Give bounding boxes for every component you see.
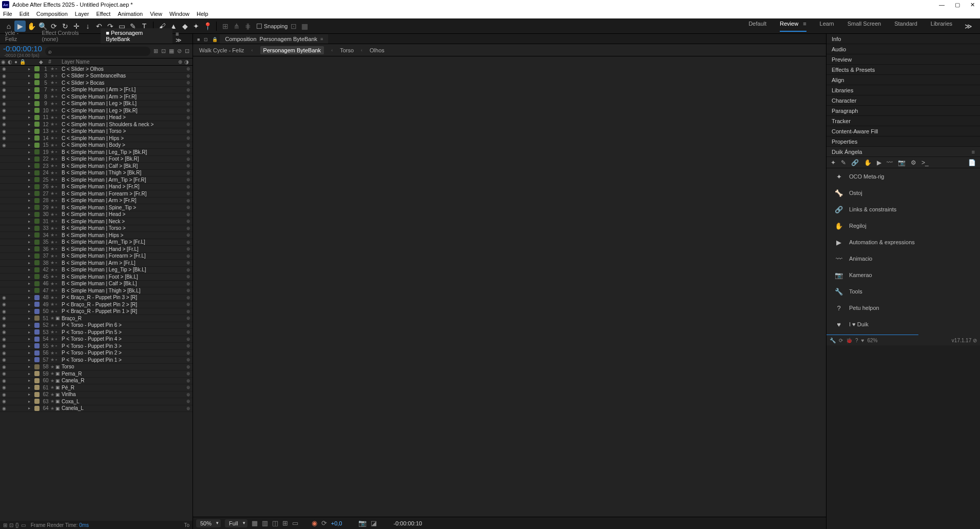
solo-col-icon[interactable]: ● [14,59,17,65]
region-icon[interactable]: ◫ [272,519,278,527]
toggle-in-out-icon[interactable]: {} [15,522,19,528]
color-label[interactable] [34,399,40,404]
expand-toggle[interactable]: ▸ [26,170,33,175]
layer-row[interactable]: ◉▸63★▣Coxa_L⊕ [0,398,193,405]
menu-composition[interactable]: Composition [36,11,68,17]
channel-icon[interactable]: ▭ [292,519,298,527]
parent-pickwhip-icon[interactable]: ⊕ [184,364,193,369]
audio-col-icon[interactable]: ◐ [8,59,12,65]
layer-name[interactable]: Coxa_L [62,399,184,404]
layer-name[interactable]: B < Simple Human | Calf > [Bk.R] [62,163,184,169]
layer-name[interactable]: P < Torso - Puppet Pin 3 > [62,343,184,349]
snapping-toggle[interactable]: Snapping [257,23,288,29]
visibility-toggle[interactable]: ◉ [2,371,7,376]
layer-row[interactable]: ▸30★▫B < Simple Human | Head >⊕ [0,211,193,219]
panel-menu-icon[interactable]: ≡ [972,149,975,155]
layer-name[interactable]: B < Simple Human | Arm_Tip > [Fr.R] [62,177,184,183]
color-label[interactable] [34,226,40,231]
layer-row[interactable]: ◉▸61★▣Pé_R⊕ [0,384,193,391]
layer-row[interactable]: ◉▸14★▫C < Simple Human | Hips >⊕ [0,135,193,142]
duik-heart-icon[interactable]: ♥ [861,338,864,343]
shy-toggle[interactable]: ★ [50,143,55,148]
expand-toggle[interactable]: ▸ [26,156,33,161]
shy-toggle[interactable]: ★ [50,329,55,335]
layer-name[interactable]: C < Simple Human | Hips > [62,135,184,141]
duik-pen-icon[interactable]: ✎ [841,159,846,166]
expand-toggle[interactable]: ▸ [26,143,33,147]
comp-tab-lock-icon[interactable]: 🔒 [210,35,220,44]
layer-name[interactable]: B < Simple Human | Hand > [Fr.L] [62,246,184,252]
color-label[interactable] [34,149,40,154]
layer-name[interactable]: P < Torso - Puppet Pin 5 > [62,329,184,335]
expand-toggle[interactable]: ▸ [26,150,33,154]
layer-name[interactable]: B < Simple Human | Arm > [Fr.L] [62,260,184,266]
shy-toggle[interactable]: ★ [50,246,55,251]
color-label[interactable] [34,143,40,148]
color-label[interactable] [34,240,40,245]
layer-name[interactable]: B < Simple Human | Arm_Tip > [Fr.L] [62,239,184,245]
expand-toggle[interactable]: ▸ [26,108,33,113]
duik-item-animacio[interactable]: 〰Animacio [827,250,980,267]
shy-toggle[interactable]: ★ [50,260,55,265]
visibility-toggle[interactable]: ◉ [2,135,7,141]
visibility-toggle[interactable]: ◉ [2,101,7,106]
shy-toggle[interactable]: ★ [50,288,55,293]
parent-pickwhip-icon[interactable]: ⊕ [184,129,193,134]
toggle-switches-icon[interactable]: ⊞ [3,522,7,528]
layer-name[interactable]: C < Simple Human | Arm > [Fr.L] [62,87,184,92]
layer-name[interactable]: B < Simple Human | Forearm > [Fr.R] [62,191,184,197]
shy-toggle[interactable]: ★ [50,191,55,196]
visibility-toggle[interactable]: ◉ [2,122,7,127]
layer-name[interactable]: C < Simple Human | Leg > [Bk.R] [62,108,184,113]
layer-row[interactable]: ▸25★▫B < Simple Human | Arm_Tip > [Fr.R]… [0,177,193,184]
parent-pickwhip-icon[interactable]: ⊕ [184,115,193,120]
shy-toggle[interactable]: ★ [50,343,55,348]
shy-toggle[interactable]: ★ [50,212,55,217]
expand-toggle[interactable]: ▸ [26,406,33,410]
duik-home-icon[interactable]: ✦ [831,159,836,166]
expand-toggle[interactable]: ▸ [26,67,33,71]
duik-item-tools[interactable]: 🔧Tools [827,283,980,300]
layer-name[interactable]: P < Torso - Puppet Pin 1 > [62,357,184,363]
breadcrumb-item[interactable]: Olhos [370,47,385,53]
parent-pickwhip-icon[interactable]: ⊕ [184,260,193,265]
expand-toggle[interactable]: ▸ [26,122,33,127]
shy-toggle[interactable]: ★ [50,177,55,182]
workspace-default[interactable]: Default [748,21,766,32]
expand-toggle[interactable]: ▸ [26,253,33,258]
shy-toggle[interactable]: ★ [50,232,55,238]
color-label[interactable] [34,246,40,251]
puppet-tool[interactable]: 📍 [202,21,213,32]
expand-toggle[interactable]: ▸ [26,94,33,99]
comp-tab-icon1[interactable]: ■ [195,35,202,44]
parent-pickwhip-icon[interactable]: ⊕ [184,337,193,342]
parent-pickwhip-icon[interactable]: ⊕ [184,371,193,376]
shy-toggle[interactable]: ★ [50,226,55,231]
comp-tab-icon2[interactable]: ⊡ [202,35,210,44]
color-label[interactable] [34,87,40,92]
color-label[interactable] [34,198,40,203]
layer-search[interactable]: ⌕ [45,47,150,56]
color-label[interactable] [34,337,40,342]
tab-walkcycle[interactable]: ycle - Feliz [0,28,37,44]
layer-row[interactable]: ▸22★▫B < Simple Human | Foot > [Bk.R]⊕ [0,156,193,163]
visibility-toggle[interactable]: ◉ [2,392,7,397]
expand-toggle[interactable]: ▸ [26,323,33,327]
visibility-toggle[interactable]: ◉ [2,378,7,383]
shy-toggle[interactable]: ★ [50,323,55,328]
layer-row[interactable]: ▸24★▫B < Simple Human | Thigh > [Bk.R]⊕ [0,170,193,177]
layer-name[interactable]: P < Braço_R - Puppet Pin 1 > [R] [62,308,184,314]
layer-row[interactable]: ◉▸11★▫C < Simple Human | Head >⊕ [0,114,193,122]
layer-name[interactable]: B < Simple Human | Foot > [Bk.R] [62,156,184,162]
layer-row[interactable]: ▸28★▫B < Simple Human | Arm > [Fr.R]⊕ [0,198,193,205]
layer-name[interactable]: Pé_R [62,385,184,390]
dist-tool[interactable]: ⋔ [231,21,242,32]
search-input[interactable] [52,48,147,54]
duik-hand-icon[interactable]: ✋ [864,159,872,166]
expand-toggle[interactable]: ▸ [26,191,33,196]
expand-toggle[interactable]: ▸ [26,295,33,300]
layer-row[interactable]: ▸45★▫B < Simple Human | Foot > [Bk.L]⊕ [0,273,193,281]
layer-name[interactable]: C < Slider > Sombrancelhas [62,73,184,79]
parent-pickwhip-icon[interactable]: ⊕ [184,66,193,71]
layer-row[interactable]: ▸36★▫B < Simple Human | Hand > [Fr.L]⊕ [0,246,193,253]
